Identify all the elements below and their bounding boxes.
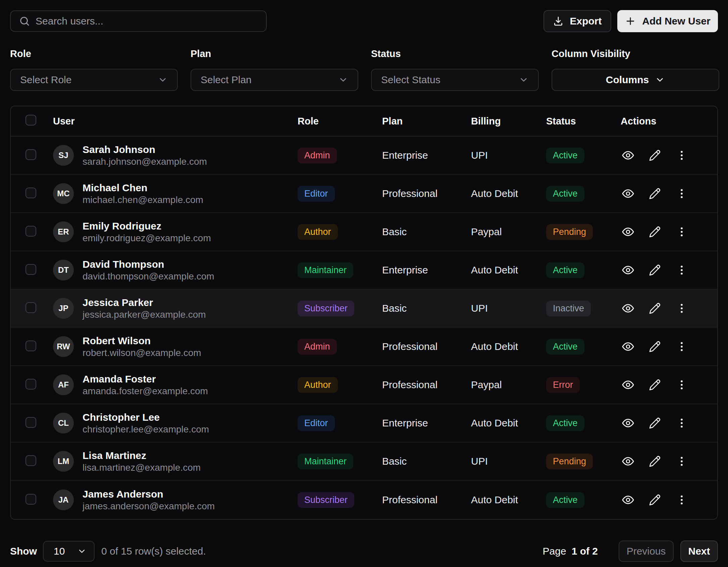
view-button[interactable] — [621, 301, 635, 316]
selection-count: 0 of 15 row(s) selected. — [101, 546, 206, 557]
filters-row: Role Select Role Plan Select Plan Status… — [10, 48, 718, 91]
eye-icon — [622, 149, 634, 162]
table-row: DT David Thompson david.thompson@example… — [11, 251, 717, 290]
role-select[interactable]: Select Role — [10, 69, 178, 91]
row-checkbox[interactable] — [25, 149, 36, 160]
table-row: LM Lisa Martinez lisa.martinez@example.c… — [11, 443, 717, 481]
edit-button[interactable] — [647, 301, 662, 316]
plan-cell: Basic — [372, 456, 461, 467]
view-button[interactable] — [621, 339, 635, 354]
chevron-down-icon — [338, 75, 348, 85]
status-badge: Active — [546, 262, 584, 278]
table-row: SJ Sarah Johnson sarah.johnson@example.c… — [11, 137, 717, 175]
role-badge: Subscriber — [298, 301, 354, 316]
edit-button[interactable] — [647, 377, 662, 392]
previous-button[interactable]: Previous — [619, 540, 674, 562]
status-badge: Active — [546, 415, 584, 431]
user-email: robert.wilson@example.com — [83, 348, 201, 358]
role-badge: Maintainer — [298, 454, 353, 469]
more-button[interactable] — [674, 493, 689, 507]
table-footer: Show 10 0 of 15 row(s) selected. Page 1 … — [10, 540, 718, 562]
status-badge: Active — [546, 492, 584, 508]
user-email: jessica.parker@example.com — [83, 310, 206, 319]
edit-button[interactable] — [647, 148, 662, 163]
row-checkbox[interactable] — [25, 264, 36, 275]
billing-cell: Auto Debit — [461, 494, 536, 506]
plan-cell: Professional — [372, 379, 461, 391]
table-header: User Role Plan Billing Status Actions — [11, 106, 717, 137]
more-button[interactable] — [674, 224, 689, 239]
more-button[interactable] — [674, 454, 689, 469]
row-checkbox[interactable] — [25, 455, 36, 466]
plan-cell: Enterprise — [372, 264, 461, 276]
view-button[interactable] — [621, 148, 635, 163]
more-button[interactable] — [674, 416, 689, 430]
page-size-select[interactable]: 10 — [43, 541, 95, 562]
role-badge: Subscriber — [298, 492, 354, 508]
select-all-checkbox[interactable] — [25, 115, 36, 125]
table-row: CL Christopher Lee christopher.lee@examp… — [11, 404, 717, 443]
table-row: AF Amanda Foster amanda.foster@example.c… — [11, 366, 717, 404]
user-email: michael.chen@example.com — [83, 195, 203, 205]
edit-button[interactable] — [647, 224, 662, 239]
more-button[interactable] — [674, 301, 689, 316]
column-header-plan: Plan — [372, 116, 461, 127]
eye-icon — [622, 340, 634, 353]
billing-cell: UPI — [461, 456, 536, 467]
more-button[interactable] — [674, 148, 689, 163]
edit-button[interactable] — [647, 454, 662, 469]
column-header-billing: Billing — [461, 116, 536, 127]
users-table: User Role Plan Billing Status Actions SJ… — [10, 106, 718, 520]
show-label: Show — [10, 546, 37, 557]
chevron-down-icon — [655, 75, 665, 85]
more-button[interactable] — [674, 339, 689, 354]
row-checkbox[interactable] — [25, 494, 36, 505]
export-button[interactable]: Export — [543, 10, 611, 32]
eye-icon — [622, 417, 634, 429]
row-checkbox[interactable] — [25, 226, 36, 237]
add-new-user-button[interactable]: Add New User — [617, 10, 718, 32]
view-button[interactable] — [621, 454, 635, 469]
row-checkbox[interactable] — [25, 379, 36, 390]
eye-icon — [622, 264, 634, 276]
user-name: Robert Wilson — [83, 336, 201, 346]
more-button[interactable] — [674, 186, 689, 201]
status-filter-label: Status — [371, 48, 539, 59]
eye-icon — [622, 187, 634, 200]
eye-icon — [622, 494, 634, 506]
topbar: Export Add New User — [10, 10, 718, 32]
plan-select[interactable]: Select Plan — [191, 69, 358, 91]
status-select[interactable]: Select Status — [371, 69, 539, 91]
row-checkbox[interactable] — [25, 341, 36, 351]
status-badge: Pending — [546, 454, 593, 469]
more-button[interactable] — [674, 263, 689, 277]
columns-button-label: Columns — [606, 74, 649, 86]
edit-button[interactable] — [647, 416, 662, 430]
edit-button[interactable] — [647, 263, 662, 277]
more-button[interactable] — [674, 377, 689, 392]
table-row: JA James Anderson james.anderson@example… — [11, 481, 717, 519]
next-button[interactable]: Next — [680, 540, 718, 562]
role-select-placeholder: Select Role — [20, 74, 158, 86]
search-input[interactable] — [36, 15, 258, 27]
pencil-icon — [649, 149, 661, 161]
row-checkbox[interactable] — [25, 302, 36, 313]
view-button[interactable] — [621, 416, 635, 430]
view-button[interactable] — [621, 493, 635, 507]
user-name: Amanda Foster — [83, 374, 208, 384]
plan-select-placeholder: Select Plan — [201, 74, 338, 86]
columns-button[interactable]: Columns — [552, 69, 719, 91]
eye-icon — [622, 455, 634, 468]
row-checkbox[interactable] — [25, 417, 36, 428]
row-checkbox[interactable] — [25, 188, 36, 198]
edit-button[interactable] — [647, 339, 662, 354]
view-button[interactable] — [621, 224, 635, 239]
view-button[interactable] — [621, 263, 635, 277]
ellipsis-vertical-icon — [676, 188, 688, 200]
edit-button[interactable] — [647, 186, 662, 201]
edit-button[interactable] — [647, 493, 662, 507]
pencil-icon — [649, 494, 661, 506]
view-button[interactable] — [621, 377, 635, 392]
view-button[interactable] — [621, 186, 635, 201]
pencil-icon — [649, 455, 661, 467]
